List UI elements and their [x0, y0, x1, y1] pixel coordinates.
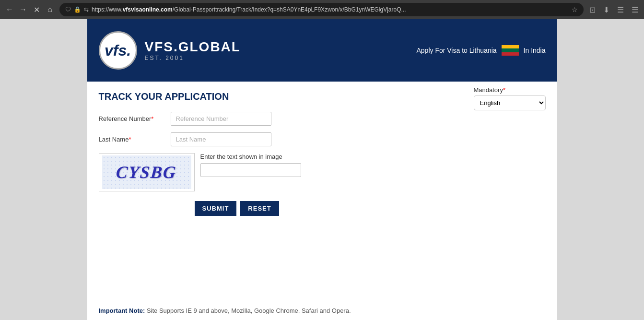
security-shield-icon: 🛡	[65, 6, 71, 13]
browser-chrome: ← → ✕ ⌂ 🛡 🔒 ⇆ https://www.vfsvisaonline.…	[0, 0, 644, 19]
flag-red	[502, 52, 519, 56]
important-note: Important Note: Site Supports IE 9 and a…	[99, 302, 546, 314]
library-icon[interactable]: ☰	[615, 4, 626, 15]
reload-button[interactable]: ✕	[31, 4, 42, 15]
captcha-image-box: CYSBG	[99, 153, 195, 191]
url-display: https://www.vfsvisaonline.com/Global-Pas…	[92, 6, 567, 13]
language-select[interactable]: English Hindi French	[474, 95, 546, 110]
browser-nav-buttons: ← → ✕ ⌂	[4, 4, 56, 15]
mandatory-area: Mandatory* English Hindi French	[474, 86, 546, 110]
reference-number-group: Reference Number*	[99, 112, 546, 126]
bookmark-icon[interactable]: ☆	[572, 6, 578, 13]
url-domain: vfsvisaonline.com	[123, 6, 173, 13]
logo-circle: vfs.	[99, 31, 137, 70]
reference-number-label: Reference Number*	[99, 115, 171, 122]
mandatory-asterisk: *	[503, 86, 505, 94]
site-header: vfs. VFS.GLOBAL EST. 2001 Apply For Visa…	[87, 19, 557, 82]
flag-green	[502, 48, 519, 52]
site-wrapper: vfs. VFS.GLOBAL EST. 2001 Apply For Visa…	[87, 19, 557, 320]
note-text: Site Supports IE 9 and above, Mozilla, G…	[147, 307, 351, 314]
logo-text: vfs.	[105, 42, 131, 59]
reference-number-input[interactable]	[171, 112, 271, 126]
last-name-label: Last Name*	[99, 136, 171, 143]
flag-yellow	[502, 45, 519, 48]
submit-button[interactable]: SUBMIT	[195, 201, 237, 216]
last-name-group: Last Name*	[99, 132, 546, 146]
form-buttons: SUBMIT RESET	[195, 201, 546, 216]
nav-text: Apply For Visa to Lithuania	[416, 47, 496, 54]
site-info-icon: ⇆	[84, 6, 89, 13]
menu-icon[interactable]: ☰	[630, 4, 640, 15]
reset-button[interactable]: RESET	[240, 201, 279, 216]
captcha-input-area: Enter the text shown in image	[200, 153, 301, 177]
captcha-display-text: CYSBG	[116, 162, 178, 182]
lock-icon: 🔒	[74, 6, 81, 13]
logo-area: vfs. VFS.GLOBAL EST. 2001	[99, 31, 241, 70]
browser-actions: ⊡ ⬇ ☰ ☰	[587, 4, 640, 15]
back-button[interactable]: ←	[4, 4, 15, 15]
download-icon[interactable]: ⬇	[601, 4, 611, 15]
lastname-asterisk: *	[129, 136, 131, 143]
ref-asterisk: *	[151, 115, 153, 122]
captcha-label: Enter the text shown in image	[200, 153, 301, 160]
lithuania-flag	[502, 45, 519, 56]
brand-tagline: EST. 2001	[145, 55, 241, 61]
page-outer: vfs. VFS.GLOBAL EST. 2001 Apply For Visa…	[0, 19, 644, 320]
captcha-input[interactable]	[200, 163, 301, 177]
mandatory-label: Mandatory*	[474, 86, 546, 94]
header-right: Apply For Visa to Lithuania In India	[416, 45, 545, 56]
brand-name: VFS.GLOBAL	[145, 39, 241, 55]
main-content: Mandatory* English Hindi French TRACK YO…	[87, 82, 557, 320]
last-name-input[interactable]	[171, 132, 271, 146]
logo-text-area: VFS.GLOBAL EST. 2001	[145, 39, 241, 61]
captcha-image: CYSBG	[102, 155, 191, 189]
address-bar[interactable]: 🛡 🔒 ⇆ https://www.vfsvisaonline.com/Glob…	[59, 3, 584, 16]
pocket-icon[interactable]: ⊡	[587, 4, 597, 15]
forward-button[interactable]: →	[17, 4, 29, 15]
nav-suffix: In India	[524, 47, 546, 54]
captcha-section: CYSBG Enter the text shown in image	[99, 153, 546, 191]
note-label: Important Note:	[99, 307, 145, 314]
home-button[interactable]: ⌂	[44, 4, 56, 15]
